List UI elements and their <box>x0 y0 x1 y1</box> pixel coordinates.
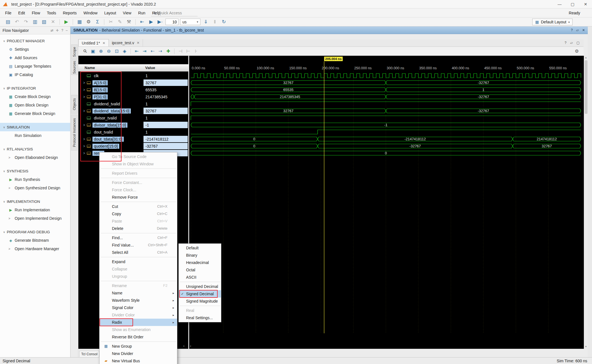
signal-row-a-15-0[interactable]: >A[15:0]32767 <box>78 79 188 86</box>
run-for-time-icon[interactable]: ▶· <box>156 18 165 26</box>
relaunch-icon[interactable]: ↻ <box>219 18 228 26</box>
close-icon[interactable]: ✕ <box>582 28 585 32</box>
flow-item-open-synthesized-design[interactable]: >Open Synthesized Design <box>0 184 70 192</box>
open-project-icon[interactable]: ▤ <box>3 18 12 26</box>
menu-run[interactable]: Run <box>135 8 149 17</box>
zoom-in-icon[interactable]: ⊕ <box>97 48 105 54</box>
wave-settings-gear-icon[interactable]: ⚙ <box>573 48 581 54</box>
expand-chevron-icon[interactable]: > <box>83 109 87 113</box>
flow-section-header-rtl-analysis[interactable]: ∨RTL ANALYSIS <box>0 145 70 153</box>
copy-icon[interactable]: ▥ <box>30 18 39 26</box>
menu-reports[interactable]: Reports <box>59 8 80 17</box>
expand-chevron-icon[interactable]: > <box>83 144 87 148</box>
paste-icon[interactable]: ▧ <box>39 18 48 26</box>
flow-item-add-sources[interactable]: ✚Add Sources <box>0 54 70 62</box>
menu-item-unsigned-decimal[interactable]: Unsigned Decimal <box>179 283 221 290</box>
float-icon[interactable]: ▱ <box>576 28 579 32</box>
save-icon[interactable]: ▣ <box>89 48 97 54</box>
menu-item-binary[interactable]: Binary <box>179 252 221 259</box>
flow-item-run-simulation[interactable]: Run Simulation <box>0 131 70 140</box>
expand-chevron-icon[interactable]: > <box>83 151 87 155</box>
minimize-button[interactable]: — <box>553 0 566 8</box>
add-marker-icon[interactable]: ✚ <box>164 48 172 54</box>
expand-chevron-icon[interactable]: > <box>8 247 13 250</box>
menu-item-name[interactable]: Name▸ <box>100 289 177 297</box>
expand-chevron-icon[interactable]: > <box>83 81 87 85</box>
close-button[interactable]: ✕ <box>579 0 592 8</box>
tab-untitled-1[interactable]: Untitled 1*✕ <box>78 39 109 46</box>
quick-access-search[interactable]: Quick Access <box>151 10 198 16</box>
expand-chevron-icon[interactable]: > <box>8 217 13 220</box>
menu-item-default[interactable]: Default <box>179 244 221 252</box>
splitter-collapse-right-icon[interactable]: › <box>183 344 184 348</box>
side-tab-protocol-instances[interactable]: Protocol Instances <box>71 115 78 150</box>
menu-item-new-group[interactable]: New Group▦ <box>100 343 177 350</box>
maximize-icon[interactable]: ▢ <box>576 41 580 45</box>
menu-item-new-divider[interactable]: New Divider <box>100 350 177 357</box>
menu-item-find[interactable]: Find...Ctrl+F <box>100 234 177 241</box>
flow-section-header-program-and-debug[interactable]: ∨PROGRAM AND DEBUG <box>0 228 70 236</box>
flow-item-open-elaborated-design[interactable]: >Open Elaborated Design <box>0 153 70 162</box>
tab-close-icon[interactable]: ✕ <box>137 41 140 45</box>
flow-item-run-synthesis[interactable]: ▶Run Synthesis <box>0 175 70 184</box>
menu-item-waveform-style[interactable]: Waveform Style▸ <box>100 297 177 304</box>
next-transition-icon[interactable]: ⇢ <box>156 48 164 54</box>
menu-window[interactable]: Window <box>80 8 101 17</box>
scroll-up-icon[interactable]: ▲ <box>584 56 588 60</box>
signal-row-b-15-0[interactable]: >B[15:0]65535 <box>78 86 188 93</box>
flow-item-run-implementation[interactable]: ▶Run Implementation <box>0 206 70 214</box>
menu-item-octal[interactable]: Octal <box>179 266 221 274</box>
flow-item-open-block-design[interactable]: ▦Open Block Design <box>0 101 70 109</box>
menu-layout[interactable]: Layout <box>101 8 120 17</box>
expand-chevron-icon[interactable]: > <box>8 156 13 159</box>
tab-tcl-console[interactable]: Tcl Consol <box>79 351 99 357</box>
flow-item-create-block-design[interactable]: ▦Create Block Design <box>0 92 70 101</box>
time-unit-select[interactable]: us▾ <box>180 19 200 25</box>
menu-item-copy[interactable]: CopyCtrl+C <box>100 210 177 217</box>
help-icon[interactable]: ? <box>571 28 573 32</box>
waveform-canvas[interactable]: 0.000 ns50.000 ns100.000 ns150.000 ns200… <box>189 56 584 349</box>
menu-item-hexadecimal[interactable]: Hexadecimal <box>179 259 221 266</box>
flow-item-open-implemented-design[interactable]: >Open Implemented Design <box>0 214 70 223</box>
step-icon[interactable]: ⇓ <box>201 18 210 26</box>
expand-chevron-icon[interactable]: > <box>83 137 87 141</box>
help-icon[interactable]: ? <box>61 28 63 32</box>
menu-item-signal-color[interactable]: Signal Color▸ <box>100 304 177 311</box>
settings-gear-icon[interactable]: ⚙ <box>84 18 93 26</box>
flow-item-generate-bitstream[interactable]: ◈Generate Bitstream <box>0 236 70 245</box>
menu-item-real-settings[interactable]: Real Settings... <box>179 314 221 321</box>
menu-item-remove-force[interactable]: Remove Force <box>100 194 177 201</box>
menu-item-radix[interactable]: Radix▸ <box>100 319 177 326</box>
flow-section-header-implementation[interactable]: ∨IMPLEMENTATION <box>0 197 70 206</box>
menu-file[interactable]: File <box>2 8 15 17</box>
collapse-icon[interactable]: ‒ <box>66 28 68 32</box>
float-icon[interactable]: ▱ <box>570 41 573 45</box>
expand-chevron-icon[interactable]: > <box>83 95 87 99</box>
signal-row-dividend-tdata-15-0[interactable]: >dividend_tdata[15:0]32767 <box>78 107 188 114</box>
toggle-icon[interactable]: ⇄ <box>51 28 54 32</box>
signal-row-dout-tvalid[interactable]: dout_tvalid1 <box>78 128 188 136</box>
flow-item-generate-block-design[interactable]: ▦Generate Block Design <box>0 109 70 118</box>
scroll-down-icon[interactable]: ▼ <box>584 345 588 349</box>
expand-chevron-icon[interactable]: > <box>83 123 87 127</box>
menu-item-cut[interactable]: CutCtrl+X <box>100 203 177 210</box>
expand-all-icon[interactable]: ✛ <box>56 28 59 32</box>
maximize-button[interactable]: ▢ <box>566 0 579 8</box>
menu-item-signed-magnitude[interactable]: Signed Magnitude <box>179 298 221 305</box>
menu-item-signed-decimal[interactable]: Signed Decimal✓ <box>179 290 221 298</box>
signal-row-clk[interactable]: clk1 <box>78 72 188 79</box>
menu-item-select-all[interactable]: Select AllCtrl+A <box>100 249 177 256</box>
menu-item-find-value[interactable]: Find Value...Ctrl+Shift+F <box>100 241 177 249</box>
menu-flow[interactable]: Flow <box>28 8 44 17</box>
signal-row-divisor-tdata-15-0[interactable]: >divisor_tdata[15:0]-1 <box>78 121 188 128</box>
expand-chevron-icon[interactable]: > <box>83 88 87 92</box>
go-to-time-zero-icon[interactable]: ⇤ <box>133 48 141 54</box>
flow-item-language-templates[interactable]: ▤Language Templates <box>0 62 70 70</box>
simulation-runtime-input[interactable] <box>165 19 178 25</box>
menu-item-reverse-bit-order[interactable]: Reverse Bit Order <box>100 333 177 341</box>
flow-section-header-synthesis[interactable]: ∨SYNTHESIS <box>0 167 70 175</box>
menu-item-new-virtual-bus[interactable]: New Virtual Bus▰ <box>100 357 177 364</box>
layout-selector[interactable]: ▦ Default Layout ▾ <box>532 19 573 25</box>
restart-sim-icon[interactable]: ⇤ <box>138 18 147 26</box>
waveform-scrollbar[interactable]: ▲ ▼ <box>584 56 588 349</box>
